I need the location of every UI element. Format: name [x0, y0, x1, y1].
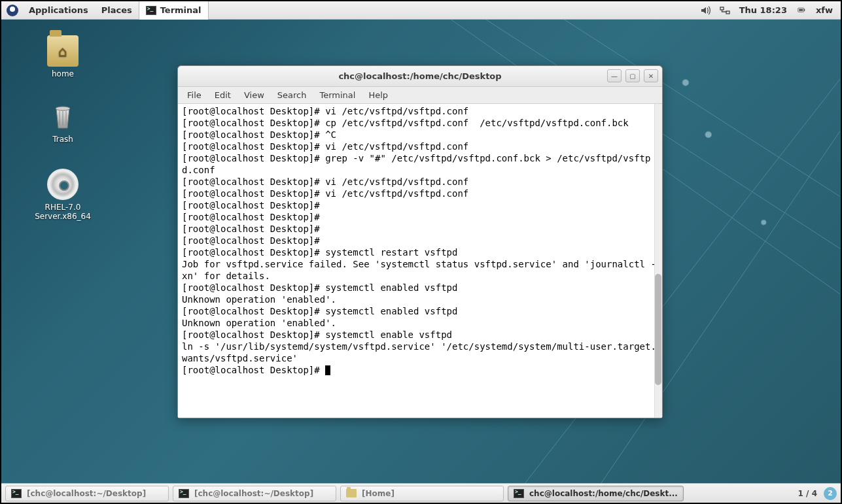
terminal-line: [root@localhost Desktop]# cp /etc/vsftpd…	[182, 117, 659, 129]
terminal-line: [root@localhost Desktop]# vi /etc/vsftpd…	[182, 176, 659, 188]
terminal-line: [root@localhost Desktop]#	[182, 211, 659, 223]
terminal-line: Unknown operation 'enabled'.	[182, 317, 659, 329]
top-panel: Applications Places Terminal Thu 18:23 x…	[1, 1, 841, 20]
clock[interactable]: Thu 18:23	[739, 5, 787, 15]
taskbar-button[interactable]: [chc@localhost:~/Desktop]	[5, 486, 169, 501]
terminal-line: [root@localhost Desktop]# ^C	[182, 129, 659, 141]
svg-rect-8	[720, 7, 724, 10]
terminal-line: [root@localhost Desktop]# vi /etc/vsftpd…	[182, 141, 659, 152]
terminal-icon	[146, 6, 156, 15]
terminal-line: [root@localhost Desktop]#	[182, 199, 659, 211]
menu-edit[interactable]: Edit	[209, 88, 236, 102]
menu-help[interactable]: Help	[363, 88, 393, 102]
taskbar-button-label: [chc@localhost:~/Desktop]	[27, 489, 146, 498]
desktop-icon-home[interactable]: home	[24, 35, 102, 78]
taskbar-button-label: [Home]	[362, 489, 395, 498]
menu-view[interactable]: View	[239, 88, 270, 102]
terminal-line: [root@localhost Desktop]#	[182, 364, 659, 376]
terminal-cursor	[325, 365, 330, 375]
terminal-line: [root@localhost Desktop]# systemctl rest…	[182, 246, 659, 258]
desktop-icon-dvd[interactable]: RHEL-7.0 Server.x86_64	[20, 169, 106, 221]
maximize-button[interactable]: ▢	[625, 69, 640, 82]
window-title: chc@localhost:/home/chc/Desktop	[178, 71, 662, 81]
svg-rect-12	[799, 8, 803, 10]
taskbar-button-label: [chc@localhost:~/Desktop]	[194, 489, 313, 498]
menu-terminal[interactable]: Terminal	[314, 88, 360, 102]
volume-icon[interactable]	[700, 5, 710, 16]
menu-search[interactable]: Search	[272, 88, 312, 102]
terminal-icon	[179, 489, 189, 498]
terminal-scrollbar[interactable]	[654, 104, 662, 418]
workspace-badge[interactable]: 2	[824, 487, 837, 500]
terminal-output[interactable]: [root@localhost Desktop]# vi /etc/vsftpd…	[178, 104, 662, 418]
active-app-indicator[interactable]: Terminal	[139, 1, 209, 20]
taskbar-button[interactable]: [chc@localhost:~/Desktop]	[173, 486, 336, 501]
terminal-line: [root@localhost Desktop]# systemctl enab…	[182, 282, 659, 294]
user-menu[interactable]: xfw	[816, 5, 833, 15]
taskbar-button-label: chc@localhost:/home/chc/Deskt...	[529, 489, 678, 498]
places-menu[interactable]: Places	[95, 1, 139, 20]
terminal-line: Unknown operation 'enabled'.	[182, 294, 659, 305]
terminal-line: ln -s '/usr/lib/systemd/system/vsftpd.se…	[182, 341, 659, 364]
workspace-indicator[interactable]: 1 / 4	[798, 489, 817, 498]
applications-menu[interactable]: Applications	[22, 1, 95, 20]
terminal-icon	[11, 489, 22, 498]
trash-icon	[47, 101, 79, 132]
terminal-line: Job for vsftpd.service failed. See 'syst…	[182, 258, 659, 282]
terminal-line: [root@localhost Desktop]# vi /etc/vsftpd…	[182, 105, 659, 117]
distro-logo-icon	[7, 5, 18, 16]
svg-rect-11	[804, 8, 805, 10]
terminal-line: [root@localhost Desktop]# systemctl enab…	[182, 305, 659, 317]
battery-icon[interactable]	[796, 5, 807, 16]
terminal-line: [root@localhost Desktop]#	[182, 223, 659, 235]
svg-point-7	[761, 220, 766, 225]
terminal-window: chc@localhost:/home/chc/Desktop — ▢ ✕ Fi…	[177, 65, 663, 418]
close-button[interactable]: ✕	[644, 69, 658, 82]
terminal-line: [root@localhost Desktop]# systemctl enab…	[182, 329, 659, 341]
svg-point-5	[682, 79, 689, 86]
svg-point-6	[705, 131, 712, 138]
minimize-button[interactable]: —	[607, 69, 622, 82]
bottom-panel: [chc@localhost:~/Desktop][chc@localhost:…	[1, 483, 841, 503]
folder-icon	[346, 489, 357, 497]
taskbar-button[interactable]: [Home]	[340, 486, 504, 501]
menu-file[interactable]: File	[182, 88, 207, 102]
scrollbar-thumb[interactable]	[655, 274, 661, 385]
terminal-line: [root@localhost Desktop]#	[182, 235, 659, 246]
active-app-label: Terminal	[160, 5, 202, 15]
svg-point-13	[56, 107, 70, 110]
desktop-icon-label: home	[24, 69, 102, 78]
terminal-icon	[514, 489, 524, 498]
desktop-icon-trash[interactable]: Trash	[24, 101, 102, 144]
terminal-menubar: File Edit View Search Terminal Help	[178, 87, 662, 104]
window-titlebar[interactable]: chc@localhost:/home/chc/Desktop — ▢ ✕	[178, 66, 662, 87]
disc-icon	[47, 169, 79, 200]
taskbar-button[interactable]: chc@localhost:/home/chc/Deskt...	[508, 486, 684, 501]
network-icon[interactable]	[720, 5, 730, 16]
terminal-line: [root@localhost Desktop]# grep -v "#" /e…	[182, 152, 659, 176]
desktop-icon-label: RHEL-7.0 Server.x86_64	[20, 203, 106, 221]
terminal-line: [root@localhost Desktop]# vi /etc/vsftpd…	[182, 188, 659, 199]
folder-home-icon	[47, 35, 79, 67]
desktop-icon-label: Trash	[24, 135, 102, 144]
